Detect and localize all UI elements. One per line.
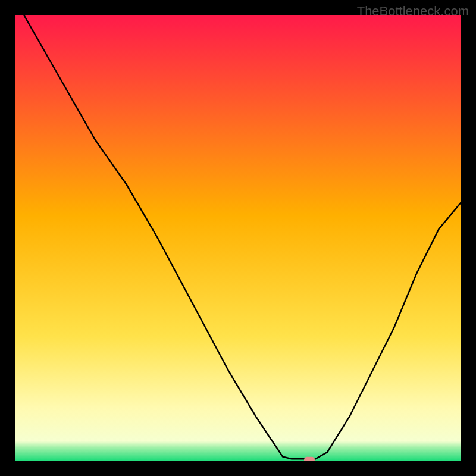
gradient-background [15, 15, 461, 461]
watermark-text: TheBottleneck.com [357, 4, 469, 19]
bottleneck-chart [15, 15, 461, 461]
marker-point [304, 457, 315, 461]
chart-svg [15, 15, 461, 461]
